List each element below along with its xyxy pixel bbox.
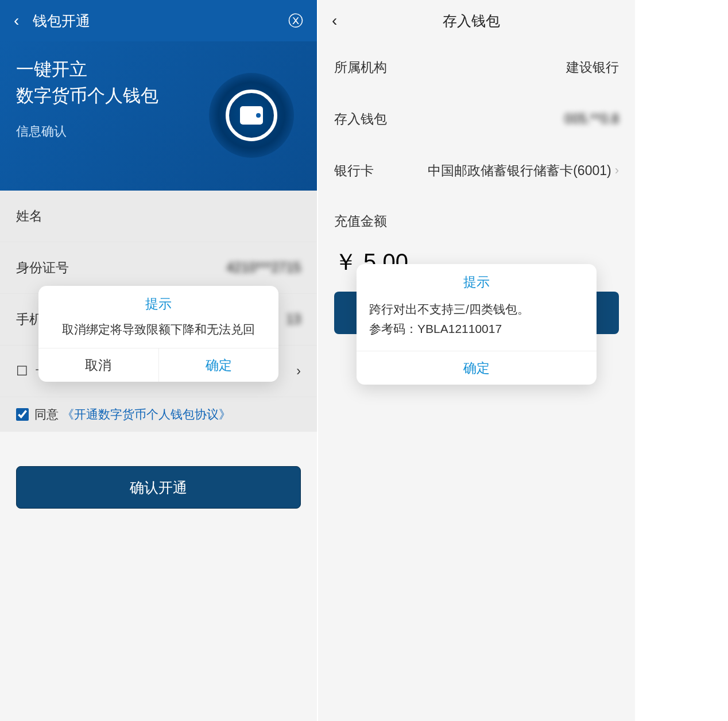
- dialog-title: 提示: [38, 286, 278, 321]
- alert-dialog: 提示 跨行对出不支持三/四类钱包。 参考码：YBLA12110017 确定: [357, 264, 597, 385]
- dialog-overlay: 提示 跨行对出不支持三/四类钱包。 参考码：YBLA12110017 确定: [318, 0, 635, 721]
- ok-button[interactable]: 确定: [357, 351, 597, 385]
- cancel-button[interactable]: 取消: [38, 348, 158, 382]
- dialog-title: 提示: [357, 264, 597, 300]
- dialog-overlay: 提示 取消绑定将导致限额下降和无法兑回 取消 确定: [0, 0, 317, 721]
- dialog-body: 跨行对出不支持三/四类钱包。 参考码：YBLA12110017: [357, 300, 597, 351]
- dialog-line2: 参考码：YBLA12110017: [369, 319, 584, 339]
- dialog-actions: 确定: [357, 351, 597, 385]
- phone-left: ‹ 钱包开通 ⓧ 一键开立 数字货币个人钱包 信息确认 姓名 身份证号 4210…: [0, 0, 317, 721]
- phone-right: ‹ 存入钱包 所属机构 建设银行 存入钱包 005.**0.8 银行卡 中国邮政…: [318, 0, 635, 721]
- ok-button[interactable]: 确定: [158, 348, 279, 382]
- alert-dialog: 提示 取消绑定将导致限额下降和无法兑回 取消 确定: [38, 286, 278, 382]
- dialog-line1: 跨行对出不支持三/四类钱包。: [369, 300, 584, 319]
- dialog-body: 取消绑定将导致限额下降和无法兑回: [38, 321, 278, 348]
- dialog-actions: 取消 确定: [38, 348, 278, 382]
